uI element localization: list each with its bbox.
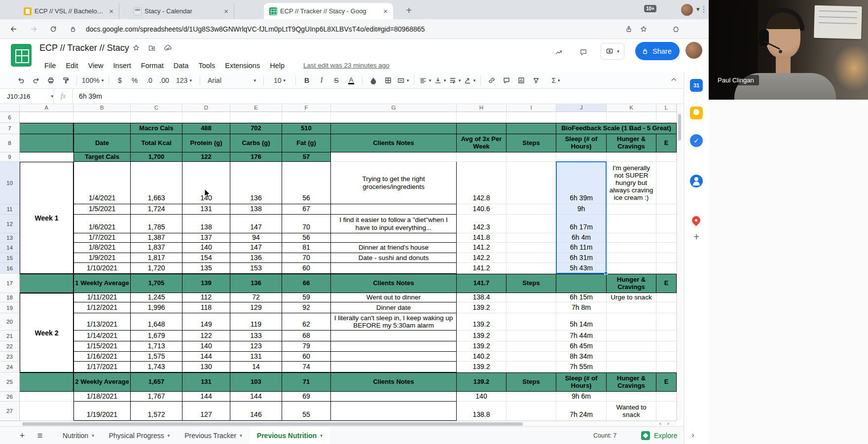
cell-L25[interactable]: E: [656, 372, 677, 392]
cell-B7[interactable]: [73, 123, 131, 134]
cell-F22[interactable]: 79: [282, 341, 331, 352]
cell-K16[interactable]: [607, 263, 656, 274]
cell-H8[interactable]: Avg of 3x Per Week: [457, 134, 506, 152]
sheet-tab-caret-icon[interactable]: ▾: [168, 433, 170, 438]
cell-D26[interactable]: 144: [182, 392, 230, 402]
cell-C14[interactable]: 1,837: [131, 243, 182, 253]
cell-D9[interactable]: 122: [182, 152, 230, 162]
cell-I20[interactable]: [506, 313, 556, 331]
col-header-D[interactable]: D: [182, 104, 230, 112]
cell-A25[interactable]: [20, 372, 73, 392]
cell-L14[interactable]: [656, 243, 677, 253]
cell-I6[interactable]: [506, 112, 556, 123]
cell-C6[interactable]: [131, 112, 182, 123]
cell-E21[interactable]: 133: [230, 331, 282, 341]
cell-L26[interactable]: [656, 392, 677, 402]
cell-E11[interactable]: 138: [230, 204, 282, 215]
col-header-K[interactable]: K: [607, 104, 656, 112]
cell-I8[interactable]: Steps: [506, 134, 556, 152]
cell-I22[interactable]: [506, 341, 556, 352]
vertical-scrollbar-thumb[interactable]: [678, 114, 681, 141]
cell-H20[interactable]: 139.2: [457, 313, 506, 331]
cell-J19[interactable]: 7h 8m: [556, 302, 607, 313]
cell-E7[interactable]: 702: [230, 123, 282, 134]
cell-F13[interactable]: 56: [282, 233, 331, 243]
toolbar-fill-color[interactable]: [367, 74, 380, 87]
cell-D14[interactable]: 140: [182, 243, 230, 253]
url-text[interactable]: docs.google.com/spreadsheets/d/1Ug8S3w8G…: [86, 25, 425, 33]
row-header-9[interactable]: 9: [0, 152, 20, 162]
sheet-tab-previous-tracker[interactable]: Previous Tracker▾: [177, 427, 250, 444]
account-avatar[interactable]: [686, 42, 702, 59]
cell-L9[interactable]: [656, 152, 677, 162]
cell-A7[interactable]: [20, 123, 73, 134]
cell-F23[interactable]: 60: [282, 352, 331, 362]
cell-J25[interactable]: Sleep (# of Hours): [556, 372, 607, 392]
cell-H25[interactable]: 139.2: [457, 372, 506, 392]
cell-H24[interactable]: 139.2: [457, 362, 506, 372]
cell-I17[interactable]: Steps: [506, 274, 556, 293]
cell-I19[interactable]: [506, 302, 556, 313]
col-header-L[interactable]: L: [656, 104, 677, 112]
cell-G22[interactable]: [331, 341, 457, 352]
cell-D24[interactable]: 130: [182, 362, 230, 372]
horizontal-scrollbar-thumb[interactable]: [22, 422, 523, 426]
toolbar-decrease-decimal[interactable]: .0: [143, 74, 156, 87]
cell-B9[interactable]: Target Cals: [73, 152, 131, 162]
sheet-tab-caret-icon[interactable]: ▾: [92, 433, 94, 438]
cell-D21[interactable]: 122: [182, 331, 230, 341]
cell-C7[interactable]: Macro Cals: [131, 123, 182, 134]
cell-G25[interactable]: Clients Notes: [331, 372, 457, 392]
cell-J12[interactable]: 6h 17m: [556, 215, 607, 233]
cell-E23[interactable]: 131: [230, 352, 282, 362]
all-sheets-icon[interactable]: ≡: [33, 427, 47, 444]
cell-D18[interactable]: 112: [182, 293, 230, 302]
menu-tools[interactable]: Tools: [193, 60, 220, 71]
cell-C21[interactable]: 1,679: [131, 331, 182, 341]
cell-J16[interactable]: 5h 43m: [556, 263, 607, 274]
cell-A9[interactable]: [20, 152, 73, 162]
toolbar-vertical-align[interactable]: ▾: [434, 74, 446, 87]
tab-close-icon[interactable]: ×: [222, 7, 230, 15]
cell-D15[interactable]: 154: [182, 253, 230, 263]
cell-J7[interactable]: BioFeedback Scale (1 Bad - 5 Great): [556, 123, 677, 134]
cell-L12[interactable]: [656, 215, 677, 233]
cell-E16[interactable]: 153: [230, 263, 282, 274]
cell-I11[interactable]: [506, 204, 556, 215]
document-title[interactable]: ECP // Tracker // Stacy: [39, 43, 129, 53]
menu-data[interactable]: Data: [169, 60, 194, 71]
cell-K15[interactable]: [607, 253, 656, 263]
cell-F27[interactable]: 55: [282, 402, 331, 421]
toolbar-italic[interactable]: I: [315, 74, 328, 87]
toolbar-text-color[interactable]: A: [345, 74, 358, 87]
cell-G16[interactable]: [331, 263, 457, 274]
col-header-A[interactable]: A: [20, 104, 73, 112]
cell-B10[interactable]: 1/4/2021: [73, 162, 131, 204]
cell-E6[interactable]: [230, 112, 282, 123]
bookmark-star-icon[interactable]: [638, 23, 650, 35]
cell-B21[interactable]: 1/14/2021: [73, 331, 131, 341]
reload-icon[interactable]: [47, 23, 59, 35]
row-header-23[interactable]: 23: [0, 352, 20, 362]
cell-G9[interactable]: [331, 152, 457, 162]
sheet-tab-previous-nutrition[interactable]: Previous Nutrition▾: [250, 427, 330, 444]
toolbar-insert-chart[interactable]: [515, 74, 528, 87]
cell-F26[interactable]: 69: [282, 392, 331, 402]
menu-extensions[interactable]: Extensions: [220, 60, 265, 71]
cell-D25[interactable]: 131: [182, 372, 230, 392]
tab-close-icon[interactable]: ×: [382, 7, 389, 15]
row-header-20[interactable]: 20: [0, 313, 20, 331]
cell-D23[interactable]: 144: [182, 352, 230, 362]
cell-I13[interactable]: [506, 233, 556, 243]
cell-G15[interactable]: Date - sushi and donuts: [331, 253, 457, 263]
cell-K14[interactable]: [607, 243, 656, 253]
cell-E10[interactable]: 136: [230, 162, 282, 204]
cell-B16[interactable]: 1/10/2021: [73, 263, 131, 274]
cell-H22[interactable]: 139.2: [457, 341, 506, 352]
cell-J14[interactable]: 6h 11m: [556, 243, 607, 253]
extensions-puzzle-icon[interactable]: [670, 23, 682, 35]
cell-E20[interactable]: 119: [230, 313, 282, 331]
browser-menu-icon[interactable]: ⋮: [700, 4, 708, 14]
cell-L19[interactable]: [656, 302, 677, 313]
cell-H17[interactable]: 141.7: [457, 274, 506, 293]
